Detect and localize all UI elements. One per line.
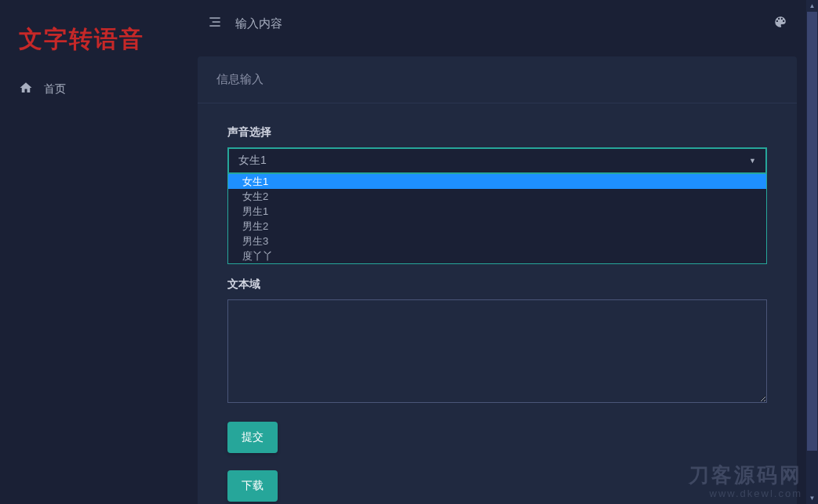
card-title: 信息输入: [198, 56, 797, 103]
textarea-label: 文本域: [227, 277, 767, 292]
form-card: 信息输入 声音选择 女生1 ▼ 女生1 女生2 男生1: [198, 56, 797, 504]
vertical-scrollbar[interactable]: ▲ ▼: [806, 0, 818, 504]
scrollbar-thumb[interactable]: [807, 12, 817, 451]
menu-toggle-icon[interactable]: [207, 14, 223, 33]
sidebar: 文字转语音 首页: [0, 0, 188, 504]
download-button[interactable]: 下载: [227, 470, 278, 502]
sidebar-item-home[interactable]: 首页: [0, 71, 188, 107]
page-title: 输入内容: [235, 16, 282, 31]
voice-dropdown: 女生1 女生2 男生1 男生2 男生3 度丫丫: [227, 174, 767, 264]
main-area: 输入内容 信息输入 声音选择 女生1 ▼: [188, 0, 806, 504]
chevron-down-icon: ▼: [749, 157, 756, 165]
voice-select[interactable]: 女生1 ▼: [227, 147, 767, 174]
home-icon: [19, 81, 33, 98]
scrollbar-track[interactable]: [806, 12, 818, 492]
header: 输入内容: [188, 0, 806, 47]
voice-option[interactable]: 男生3: [228, 234, 766, 248]
scroll-up-arrow-icon[interactable]: ▲: [806, 0, 818, 12]
voice-option[interactable]: 女生2: [228, 189, 766, 204]
text-input[interactable]: [227, 299, 767, 403]
voice-option[interactable]: 度丫丫: [228, 248, 766, 263]
theme-palette-icon[interactable]: [773, 15, 787, 32]
scroll-down-arrow-icon[interactable]: ▼: [806, 492, 818, 504]
submit-button[interactable]: 提交: [227, 422, 278, 453]
voice-select-value: 女生1: [238, 154, 267, 168]
voice-select-label: 声音选择: [227, 125, 767, 140]
voice-option[interactable]: 女生1: [228, 174, 766, 189]
voice-option[interactable]: 男生1: [228, 204, 766, 219]
app-logo: 文字转语音: [0, 0, 188, 71]
voice-option[interactable]: 男生2: [228, 219, 766, 234]
sidebar-item-label: 首页: [44, 82, 66, 96]
